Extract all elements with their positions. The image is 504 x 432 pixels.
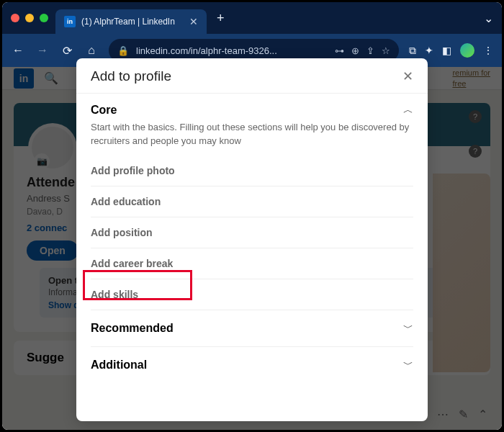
add-career-break-item[interactable]: Add career break: [91, 248, 413, 279]
section-title: Recommended: [91, 322, 174, 335]
tab-title: (1) AlphrTeam | LinkedIn: [81, 17, 184, 27]
linkedin-favicon-icon: in: [64, 16, 76, 27]
section-additional-header[interactable]: Additional ﹀: [91, 346, 413, 383]
back-icon[interactable]: ←: [11, 44, 25, 57]
reload-icon[interactable]: ⟳: [60, 44, 74, 58]
copy-icon[interactable]: ⧉: [409, 45, 416, 57]
url-text: linkedin.com/in/alphr-team-9326...: [136, 45, 328, 56]
section-recommended-header[interactable]: Recommended ﹀: [91, 310, 413, 346]
section-title: Additional: [91, 359, 147, 372]
chevron-down-icon: ﹀: [403, 359, 413, 372]
menu-icon[interactable]: ⋮: [483, 45, 493, 56]
modal-body: Core ︿ Start with the basics. Filling ou…: [76, 94, 428, 383]
browser-tab[interactable]: in (1) AlphrTeam | LinkedIn ✕: [55, 9, 207, 34]
section-desc: Start with the basics. Filling out these…: [91, 121, 413, 156]
close-icon[interactable]: ✕: [402, 68, 413, 84]
extensions-icon[interactable]: ✦: [425, 45, 433, 56]
forward-icon[interactable]: →: [35, 44, 50, 57]
add-skills-item[interactable]: Add skills: [91, 279, 413, 310]
modal-title: Add to profile: [91, 68, 171, 84]
add-profile-photo-item[interactable]: Add profile photo: [91, 156, 413, 186]
tabs-menu-icon[interactable]: ⌄: [484, 12, 493, 25]
lock-icon: 🔒: [117, 45, 129, 56]
profile-avatar-icon[interactable]: [460, 43, 474, 58]
modal-header: Add to profile ✕: [76, 58, 428, 94]
new-tab-icon[interactable]: +: [217, 11, 225, 26]
add-education-item[interactable]: Add education: [91, 186, 413, 217]
sidepanel-icon[interactable]: ◧: [442, 45, 451, 56]
section-core-header[interactable]: Core ︿: [91, 94, 413, 121]
close-window-icon[interactable]: [11, 14, 19, 22]
share-icon[interactable]: ⇪: [366, 45, 374, 56]
chevron-up-icon: ︿: [403, 104, 413, 117]
modal-overlay[interactable]: Add to profile ✕ Core ︿ Start with the b…: [2, 67, 502, 430]
add-to-profile-modal: Add to profile ✕ Core ︿ Start with the b…: [76, 58, 428, 421]
tab-close-icon[interactable]: ✕: [189, 16, 198, 27]
extensions-row: ⧉ ✦ ◧ ⋮: [409, 43, 493, 58]
chevron-down-icon: ﹀: [403, 322, 413, 335]
add-position-item[interactable]: Add position: [91, 217, 413, 248]
maximize-window-icon[interactable]: [40, 14, 48, 22]
zoom-icon[interactable]: ⊕: [351, 45, 359, 56]
section-title: Core: [91, 104, 117, 117]
home-icon[interactable]: ⌂: [84, 44, 99, 57]
browser-tab-strip: in (1) AlphrTeam | LinkedIn ✕ + ⌄: [2, 2, 502, 34]
key-icon[interactable]: ⊶: [335, 45, 344, 56]
minimize-window-icon[interactable]: [25, 14, 34, 22]
bookmark-icon[interactable]: ☆: [382, 45, 390, 56]
window-controls: [11, 14, 48, 22]
